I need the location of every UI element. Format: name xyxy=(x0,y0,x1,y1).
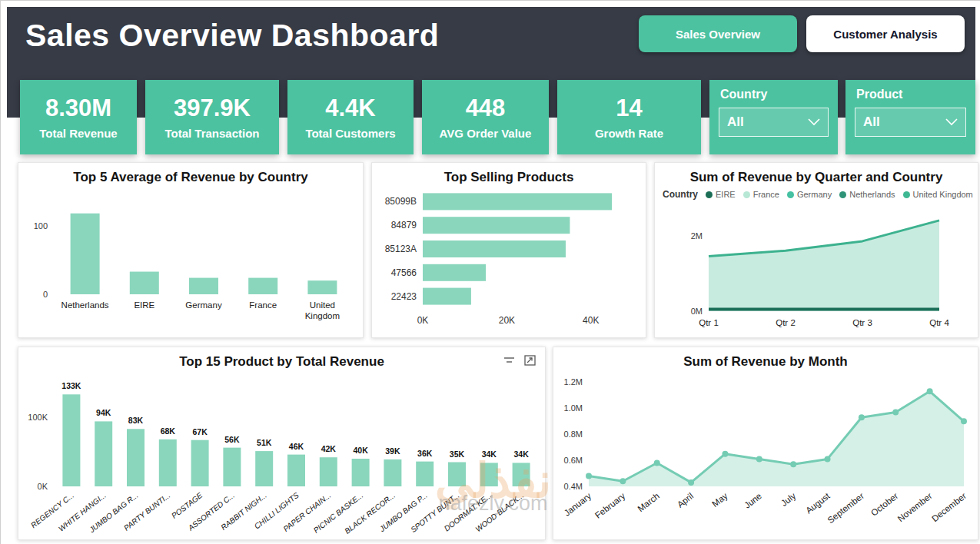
bar-value-label: 34K xyxy=(482,449,497,459)
country-dropdown[interactable]: All xyxy=(719,108,829,137)
data-point[interactable] xyxy=(961,418,967,424)
bar[interactable] xyxy=(71,214,100,294)
kpi-value: 448 xyxy=(466,95,506,122)
bar[interactable] xyxy=(307,280,337,294)
chart-title: Sum of Revenue by Month xyxy=(553,347,978,370)
x-tick: 40K xyxy=(583,315,599,326)
y-tick: 0K xyxy=(38,482,48,491)
x-category-label: Kingdom xyxy=(305,311,340,320)
y-tick: 1.0M xyxy=(564,403,583,413)
bar[interactable] xyxy=(248,278,277,294)
y-category-label: 84879 xyxy=(391,220,417,231)
bar[interactable] xyxy=(320,457,337,486)
avg-revenue-by-country-chart[interactable]: 1000NetherlandsEIREGermanyFranceUnitedKi… xyxy=(18,185,361,331)
area-fill xyxy=(709,221,939,311)
data-point[interactable] xyxy=(825,456,831,462)
kpi-label: Growth Rate xyxy=(595,127,663,140)
legend-item[interactable]: United Kingdom xyxy=(903,190,973,199)
x-category-label: July xyxy=(779,491,798,508)
legend-item[interactable]: Netherlands xyxy=(839,190,895,199)
data-point[interactable] xyxy=(927,388,933,394)
kpi-label: Total Transaction xyxy=(164,127,259,140)
bar[interactable] xyxy=(423,217,570,234)
bar[interactable] xyxy=(513,463,530,486)
data-point[interactable] xyxy=(654,460,660,466)
bar[interactable] xyxy=(223,448,241,486)
bar-value-label: 83K xyxy=(128,416,144,425)
legend-item[interactable]: France xyxy=(743,190,779,199)
bar[interactable] xyxy=(352,459,370,486)
data-point[interactable] xyxy=(859,414,865,420)
data-point[interactable] xyxy=(790,461,796,467)
kpi-card-avg-order-value: 448 AVG Order Value xyxy=(422,80,549,154)
kpi-value: 14 xyxy=(616,95,642,122)
bar-value-label: 94K xyxy=(96,408,111,417)
chart-title: Top 15 Product by Total Revenue xyxy=(18,347,545,370)
bar[interactable] xyxy=(448,463,466,487)
top-selling-products-chart[interactable]: 85099B8487985123A47566224230K20K40K xyxy=(372,185,644,331)
revenue-by-quarter-country-chart[interactable]: 2M0MQtr 1Qtr 2Qtr 3Qtr 4 xyxy=(655,202,976,331)
bar-value-label: 42K xyxy=(321,444,337,453)
legend-title: Country xyxy=(663,189,698,200)
top15-products-chart[interactable]: 100K0K133KREGENCY C...94KWHITE HANGI...8… xyxy=(18,370,543,534)
panel-avg-revenue-by-country: Top 5 Average of Revenue by Country 1000… xyxy=(18,162,364,338)
x-tick: 0K xyxy=(417,315,429,326)
chart-legend: CountryEIREFranceGermanyNetherlandsUnite… xyxy=(655,185,978,202)
y-tick: 0.8M xyxy=(564,430,583,439)
bar[interactable] xyxy=(423,288,471,305)
y-tick: 0 xyxy=(43,290,48,299)
bar-value-label: 40K xyxy=(353,446,368,455)
data-point[interactable] xyxy=(756,456,762,462)
slicer-label: Product xyxy=(856,88,975,101)
filter-icon[interactable] xyxy=(503,355,515,366)
bar[interactable] xyxy=(62,394,80,486)
bar[interactable] xyxy=(95,421,112,486)
chevron-down-icon xyxy=(945,118,958,126)
x-category-label: Qtr 2 xyxy=(776,318,796,327)
bar[interactable] xyxy=(191,440,209,486)
chart-title: Top 5 Average of Revenue by Country xyxy=(18,163,363,185)
y-tick: 1.2M xyxy=(564,377,583,386)
bar[interactable] xyxy=(130,272,159,294)
tab-sales-overview[interactable]: Sales Overview xyxy=(639,15,797,52)
data-point[interactable] xyxy=(620,478,626,484)
revenue-by-month-chart[interactable]: 1.2M1.0M0.8M0.6M0.4MJanuaryFebruaryMarch… xyxy=(553,370,976,534)
y-category-label: 85123A xyxy=(385,244,417,254)
y-tick: 0M xyxy=(691,307,703,316)
bar[interactable] xyxy=(416,462,434,486)
bar[interactable] xyxy=(189,278,218,294)
bar[interactable] xyxy=(423,264,486,281)
bar[interactable] xyxy=(127,429,145,486)
kpi-value: 4.4K xyxy=(325,95,375,122)
y-category-label: 85099B xyxy=(385,196,417,207)
legend-item[interactable]: Germany xyxy=(787,190,832,199)
x-category-label: May xyxy=(710,491,729,509)
bar[interactable] xyxy=(423,240,566,257)
x-category-label: EIRE xyxy=(134,300,154,310)
data-point[interactable] xyxy=(892,409,899,415)
slicer-country: Country All xyxy=(709,80,838,154)
bar-value-label: 51K xyxy=(257,438,272,447)
data-point[interactable] xyxy=(688,479,694,486)
product-dropdown-value: All xyxy=(863,114,880,130)
x-category-label: December xyxy=(930,491,968,523)
chart-title: Sum of Revenue by Quarter and Country xyxy=(655,163,978,185)
bar[interactable] xyxy=(287,455,305,486)
legend-item[interactable]: EIRE xyxy=(706,190,736,199)
bar-value-label: 46K xyxy=(289,442,304,451)
product-dropdown[interactable]: All xyxy=(855,108,966,137)
focus-mode-icon[interactable] xyxy=(524,355,536,366)
data-point[interactable] xyxy=(586,473,592,479)
bar[interactable] xyxy=(423,193,612,210)
y-category-label: 47566 xyxy=(391,267,417,278)
page-title: Sales Overview Dashboard xyxy=(25,2,439,68)
bar[interactable] xyxy=(384,459,401,486)
bar[interactable] xyxy=(255,451,273,486)
bar-value-label: 56K xyxy=(224,435,240,444)
bar[interactable] xyxy=(159,440,177,486)
data-point[interactable] xyxy=(722,451,728,457)
chart-title: Top Selling Products xyxy=(372,163,646,185)
x-category-label: March xyxy=(636,491,661,513)
bar[interactable] xyxy=(480,463,498,486)
tab-customer-analysis[interactable]: Customer Analysis xyxy=(806,15,965,52)
